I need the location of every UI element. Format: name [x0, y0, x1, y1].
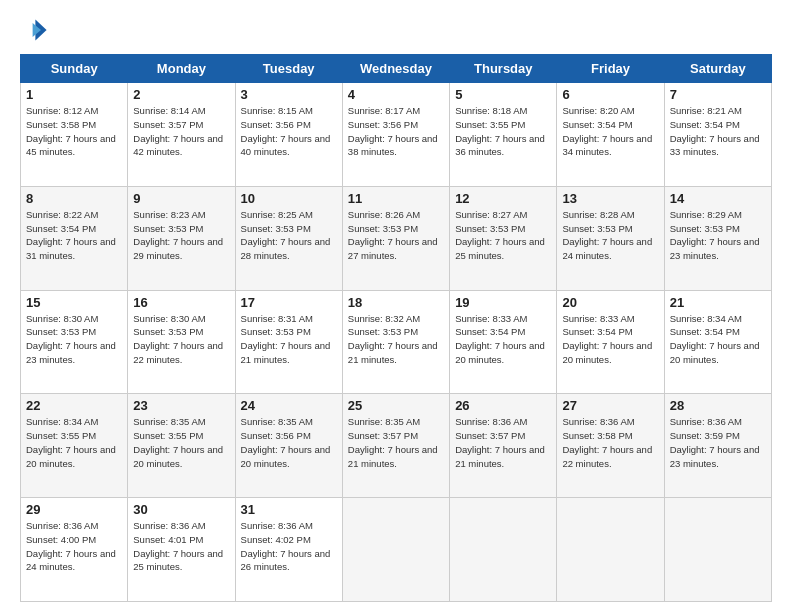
- day-info: Sunrise: 8:12 AMSunset: 3:58 PMDaylight:…: [26, 105, 116, 157]
- day-number: 29: [26, 502, 122, 517]
- calendar-week-row: 1 Sunrise: 8:12 AMSunset: 3:58 PMDayligh…: [21, 83, 772, 187]
- day-info: Sunrise: 8:34 AMSunset: 3:55 PMDaylight:…: [26, 416, 116, 468]
- day-number: 24: [241, 398, 337, 413]
- day-info: Sunrise: 8:36 AMSunset: 3:58 PMDaylight:…: [562, 416, 652, 468]
- calendar-day-cell: 5 Sunrise: 8:18 AMSunset: 3:55 PMDayligh…: [450, 83, 557, 187]
- day-number: 15: [26, 295, 122, 310]
- day-number: 10: [241, 191, 337, 206]
- day-info: Sunrise: 8:27 AMSunset: 3:53 PMDaylight:…: [455, 209, 545, 261]
- day-of-week-header: Tuesday: [235, 55, 342, 83]
- calendar-day-cell: 13 Sunrise: 8:28 AMSunset: 3:53 PMDaylig…: [557, 186, 664, 290]
- logo-icon: [20, 16, 48, 44]
- day-number: 13: [562, 191, 658, 206]
- calendar-day-cell: 2 Sunrise: 8:14 AMSunset: 3:57 PMDayligh…: [128, 83, 235, 187]
- header-row: SundayMondayTuesdayWednesdayThursdayFrid…: [21, 55, 772, 83]
- day-of-week-header: Monday: [128, 55, 235, 83]
- calendar-week-row: 15 Sunrise: 8:30 AMSunset: 3:53 PMDaylig…: [21, 290, 772, 394]
- day-info: Sunrise: 8:36 AMSunset: 4:02 PMDaylight:…: [241, 520, 331, 572]
- page: SundayMondayTuesdayWednesdayThursdayFrid…: [0, 0, 792, 612]
- calendar-day-cell: 6 Sunrise: 8:20 AMSunset: 3:54 PMDayligh…: [557, 83, 664, 187]
- calendar-day-cell: 7 Sunrise: 8:21 AMSunset: 3:54 PMDayligh…: [664, 83, 771, 187]
- day-number: 22: [26, 398, 122, 413]
- calendar-day-cell: 22 Sunrise: 8:34 AMSunset: 3:55 PMDaylig…: [21, 394, 128, 498]
- day-number: 18: [348, 295, 444, 310]
- day-number: 7: [670, 87, 766, 102]
- day-number: 9: [133, 191, 229, 206]
- day-number: 30: [133, 502, 229, 517]
- calendar-day-cell: 15 Sunrise: 8:30 AMSunset: 3:53 PMDaylig…: [21, 290, 128, 394]
- day-info: Sunrise: 8:18 AMSunset: 3:55 PMDaylight:…: [455, 105, 545, 157]
- header: [20, 16, 772, 44]
- day-info: Sunrise: 8:20 AMSunset: 3:54 PMDaylight:…: [562, 105, 652, 157]
- day-info: Sunrise: 8:35 AMSunset: 3:55 PMDaylight:…: [133, 416, 223, 468]
- calendar-week-row: 8 Sunrise: 8:22 AMSunset: 3:54 PMDayligh…: [21, 186, 772, 290]
- calendar-day-cell: 23 Sunrise: 8:35 AMSunset: 3:55 PMDaylig…: [128, 394, 235, 498]
- calendar-day-cell: 12 Sunrise: 8:27 AMSunset: 3:53 PMDaylig…: [450, 186, 557, 290]
- calendar-day-cell: 21 Sunrise: 8:34 AMSunset: 3:54 PMDaylig…: [664, 290, 771, 394]
- day-number: 6: [562, 87, 658, 102]
- logo: [20, 16, 52, 44]
- calendar-day-cell: 3 Sunrise: 8:15 AMSunset: 3:56 PMDayligh…: [235, 83, 342, 187]
- day-info: Sunrise: 8:30 AMSunset: 3:53 PMDaylight:…: [133, 313, 223, 365]
- day-info: Sunrise: 8:36 AMSunset: 3:57 PMDaylight:…: [455, 416, 545, 468]
- day-info: Sunrise: 8:36 AMSunset: 4:01 PMDaylight:…: [133, 520, 223, 572]
- calendar-day-cell: 19 Sunrise: 8:33 AMSunset: 3:54 PMDaylig…: [450, 290, 557, 394]
- day-info: Sunrise: 8:22 AMSunset: 3:54 PMDaylight:…: [26, 209, 116, 261]
- day-info: Sunrise: 8:36 AMSunset: 3:59 PMDaylight:…: [670, 416, 760, 468]
- calendar-day-cell: 29 Sunrise: 8:36 AMSunset: 4:00 PMDaylig…: [21, 498, 128, 602]
- day-number: 31: [241, 502, 337, 517]
- day-info: Sunrise: 8:28 AMSunset: 3:53 PMDaylight:…: [562, 209, 652, 261]
- day-info: Sunrise: 8:23 AMSunset: 3:53 PMDaylight:…: [133, 209, 223, 261]
- day-info: Sunrise: 8:35 AMSunset: 3:57 PMDaylight:…: [348, 416, 438, 468]
- calendar-day-cell: 20 Sunrise: 8:33 AMSunset: 3:54 PMDaylig…: [557, 290, 664, 394]
- day-number: 20: [562, 295, 658, 310]
- day-number: 5: [455, 87, 551, 102]
- day-number: 19: [455, 295, 551, 310]
- calendar-week-row: 29 Sunrise: 8:36 AMSunset: 4:00 PMDaylig…: [21, 498, 772, 602]
- day-info: Sunrise: 8:25 AMSunset: 3:53 PMDaylight:…: [241, 209, 331, 261]
- day-info: Sunrise: 8:30 AMSunset: 3:53 PMDaylight:…: [26, 313, 116, 365]
- calendar-day-cell: 25 Sunrise: 8:35 AMSunset: 3:57 PMDaylig…: [342, 394, 449, 498]
- calendar-day-cell: 17 Sunrise: 8:31 AMSunset: 3:53 PMDaylig…: [235, 290, 342, 394]
- day-info: Sunrise: 8:35 AMSunset: 3:56 PMDaylight:…: [241, 416, 331, 468]
- calendar-day-cell: 8 Sunrise: 8:22 AMSunset: 3:54 PMDayligh…: [21, 186, 128, 290]
- calendar-body: 1 Sunrise: 8:12 AMSunset: 3:58 PMDayligh…: [21, 83, 772, 602]
- day-info: Sunrise: 8:33 AMSunset: 3:54 PMDaylight:…: [455, 313, 545, 365]
- calendar-day-cell: 10 Sunrise: 8:25 AMSunset: 3:53 PMDaylig…: [235, 186, 342, 290]
- day-number: 25: [348, 398, 444, 413]
- calendar-day-cell: 18 Sunrise: 8:32 AMSunset: 3:53 PMDaylig…: [342, 290, 449, 394]
- day-number: 23: [133, 398, 229, 413]
- day-number: 28: [670, 398, 766, 413]
- calendar-day-cell: 11 Sunrise: 8:26 AMSunset: 3:53 PMDaylig…: [342, 186, 449, 290]
- calendar-day-cell: 1 Sunrise: 8:12 AMSunset: 3:58 PMDayligh…: [21, 83, 128, 187]
- day-number: 16: [133, 295, 229, 310]
- day-number: 1: [26, 87, 122, 102]
- day-number: 17: [241, 295, 337, 310]
- calendar-day-cell: 26 Sunrise: 8:36 AMSunset: 3:57 PMDaylig…: [450, 394, 557, 498]
- day-number: 27: [562, 398, 658, 413]
- day-info: Sunrise: 8:15 AMSunset: 3:56 PMDaylight:…: [241, 105, 331, 157]
- calendar-day-cell: [450, 498, 557, 602]
- day-info: Sunrise: 8:33 AMSunset: 3:54 PMDaylight:…: [562, 313, 652, 365]
- calendar-day-cell: 30 Sunrise: 8:36 AMSunset: 4:01 PMDaylig…: [128, 498, 235, 602]
- day-of-week-header: Thursday: [450, 55, 557, 83]
- day-info: Sunrise: 8:36 AMSunset: 4:00 PMDaylight:…: [26, 520, 116, 572]
- day-info: Sunrise: 8:29 AMSunset: 3:53 PMDaylight:…: [670, 209, 760, 261]
- calendar-day-cell: [342, 498, 449, 602]
- calendar-header: SundayMondayTuesdayWednesdayThursdayFrid…: [21, 55, 772, 83]
- calendar-week-row: 22 Sunrise: 8:34 AMSunset: 3:55 PMDaylig…: [21, 394, 772, 498]
- calendar-day-cell: 9 Sunrise: 8:23 AMSunset: 3:53 PMDayligh…: [128, 186, 235, 290]
- day-number: 12: [455, 191, 551, 206]
- day-of-week-header: Sunday: [21, 55, 128, 83]
- calendar-day-cell: 14 Sunrise: 8:29 AMSunset: 3:53 PMDaylig…: [664, 186, 771, 290]
- calendar-day-cell: [557, 498, 664, 602]
- day-info: Sunrise: 8:17 AMSunset: 3:56 PMDaylight:…: [348, 105, 438, 157]
- day-number: 8: [26, 191, 122, 206]
- day-of-week-header: Friday: [557, 55, 664, 83]
- day-info: Sunrise: 8:32 AMSunset: 3:53 PMDaylight:…: [348, 313, 438, 365]
- calendar-day-cell: 27 Sunrise: 8:36 AMSunset: 3:58 PMDaylig…: [557, 394, 664, 498]
- calendar-day-cell: 16 Sunrise: 8:30 AMSunset: 3:53 PMDaylig…: [128, 290, 235, 394]
- day-number: 2: [133, 87, 229, 102]
- day-info: Sunrise: 8:31 AMSunset: 3:53 PMDaylight:…: [241, 313, 331, 365]
- day-of-week-header: Wednesday: [342, 55, 449, 83]
